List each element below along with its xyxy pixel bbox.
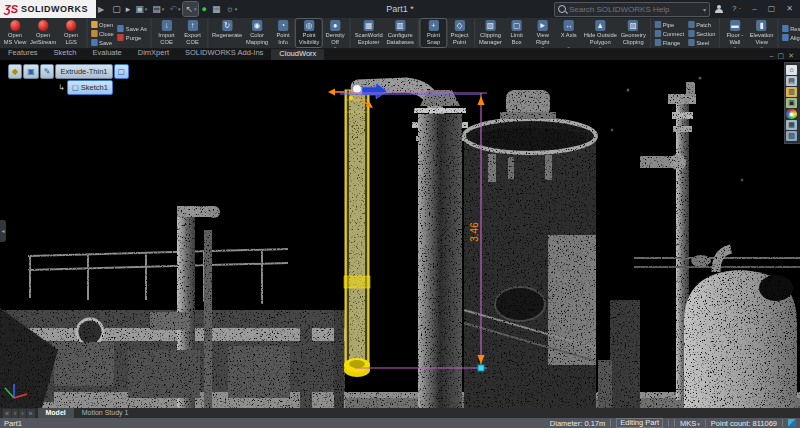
orange-arrow-left-icon[interactable] bbox=[328, 89, 335, 96]
ribbon-button-x-axis[interactable]: ↔X Axis ▾ bbox=[556, 19, 582, 47]
tab-next-icon[interactable]: › bbox=[19, 409, 25, 418]
small-button-label: Section bbox=[696, 30, 715, 37]
tab-last-icon[interactable]: » bbox=[27, 409, 35, 418]
ribbon-small-save-as[interactable]: Save As bbox=[117, 25, 146, 33]
open-button[interactable]: ▸ bbox=[124, 2, 133, 16]
feature-icon[interactable]: ✎ bbox=[40, 64, 55, 79]
ribbon-button-label: Regenerate bbox=[212, 32, 242, 46]
dropdown-caret-icon: ▾ bbox=[734, 46, 736, 49]
density-icon: ● bbox=[330, 20, 340, 31]
doc-close-icon[interactable]: ✕ bbox=[788, 52, 794, 60]
ribbon-small-section[interactable]: Section bbox=[688, 29, 716, 37]
custom-properties-icon[interactable]: ▦ bbox=[786, 120, 797, 130]
undo-button[interactable]: ↶▾ bbox=[167, 2, 182, 16]
menu-expand-icon[interactable]: ▶ bbox=[98, 5, 104, 14]
ribbon-button-open-jetstream[interactable]: OpenJetStream bbox=[28, 19, 58, 47]
ribbon-button-regenerate[interactable]: ↻Regenerate bbox=[210, 19, 244, 47]
extrude-thin-feature[interactable] bbox=[344, 90, 370, 377]
forum-icon[interactable]: ▧ bbox=[786, 131, 797, 141]
ribbon-small-align-view[interactable]: Align View bbox=[782, 34, 800, 42]
ribbon-button-view-right[interactable]: ►ViewRight▾ bbox=[530, 19, 556, 47]
ribbon-button-scanworld-explorer[interactable]: ▦ScanWorldExplorer bbox=[353, 19, 385, 47]
doc-minimize-icon[interactable]: – bbox=[770, 52, 774, 60]
ribbon-button-geometry-clipping[interactable]: ▨GeometryClipping bbox=[619, 19, 648, 47]
ribbon-button-open-ms-view[interactable]: OpenMS View bbox=[2, 19, 28, 47]
ribbon-button-open-lgs[interactable]: OpenLGS bbox=[58, 19, 84, 47]
file-explorer-icon[interactable]: ▥ bbox=[786, 87, 797, 97]
save-button[interactable]: ▣▾ bbox=[133, 2, 149, 16]
ribbon-button-import-coe[interactable]: ↓ImportCOE bbox=[153, 19, 179, 47]
ribbon-group: ↓ImportCOE↑ExportCOE bbox=[152, 18, 209, 48]
folder2-icon bbox=[91, 30, 98, 37]
ribbon-button-floor-wall[interactable]: ▬Floor -Wall▾ bbox=[722, 19, 748, 47]
grid-button[interactable]: ▦ bbox=[210, 2, 223, 16]
print-button[interactable]: ▤▾ bbox=[150, 2, 166, 16]
bottom-tab-model[interactable]: Model bbox=[38, 408, 74, 418]
doc-restore-icon[interactable]: ▢ bbox=[778, 52, 785, 60]
view-palette-icon[interactable]: ▣ bbox=[786, 98, 797, 108]
ribbon-small-save[interactable]: Save bbox=[91, 38, 114, 46]
ribbon-small-purge[interactable]: Purge bbox=[117, 34, 146, 42]
new-button[interactable]: ▢ bbox=[110, 2, 123, 16]
graphics-viewport[interactable]: 3.46 ◆ ▣ ✎ Extrude-Thin1 ▢ ↳ ▢ Sketch1 bbox=[0, 60, 800, 408]
ribbon-button-color-mapping[interactable]: ◉ColorMapping bbox=[244, 19, 270, 47]
selected-face-chip[interactable]: ▢ bbox=[114, 64, 130, 79]
sign-in-icon[interactable] bbox=[715, 5, 724, 14]
ribbon-small-flange[interactable]: Flange bbox=[654, 38, 684, 46]
tab-prev-icon[interactable]: ‹ bbox=[12, 409, 18, 418]
ribbon-small-open[interactable]: Open bbox=[91, 20, 114, 28]
design-library-icon[interactable]: ▤ bbox=[786, 76, 797, 86]
db-icon: ▥ bbox=[395, 20, 405, 31]
ribbon-small-close[interactable]: Close bbox=[91, 29, 114, 37]
part-icon[interactable]: ◆ bbox=[8, 64, 22, 79]
ribbon-small-patch[interactable]: Patch bbox=[688, 20, 716, 28]
elev-icon: ▮ bbox=[756, 20, 766, 31]
tab-first-icon[interactable]: « bbox=[3, 409, 11, 418]
home-icon[interactable]: ⌂ bbox=[786, 65, 797, 75]
ribbon-button-clipping-manager[interactable]: ▧ClippingManager bbox=[477, 19, 503, 47]
ribbon-button-label: ConfigureDatabases bbox=[386, 32, 414, 46]
ribbon-button-export-coe[interactable]: ↑ExportCOE bbox=[180, 19, 206, 47]
dimension-label[interactable]: 3.46 bbox=[469, 222, 480, 242]
feature-tree-collapse-handle[interactable]: ◂ bbox=[0, 220, 6, 242]
breadcrumb-sketch[interactable]: ▢ Sketch1 bbox=[67, 80, 113, 95]
ribbon-button-project-point[interactable]: ◇ProjectPoint bbox=[447, 19, 473, 47]
help-menu-button[interactable]: ? · bbox=[729, 0, 744, 18]
close-button[interactable]: ✕ bbox=[783, 0, 796, 18]
origin-ball-icon[interactable] bbox=[353, 85, 362, 94]
status-units[interactable]: MKS▾ bbox=[680, 419, 700, 428]
ribbon-small-steel[interactable]: Steel bbox=[688, 38, 716, 46]
ribbon-small-reset-to-world[interactable]: Reset To World bbox=[782, 25, 800, 33]
options-button[interactable]: ☼▾ bbox=[223, 2, 239, 16]
ribbon-button-point-info[interactable]: ◔PointInfo bbox=[270, 19, 296, 47]
ribbon-small-connect[interactable]: Connect bbox=[654, 29, 684, 37]
small-button-label: Connect bbox=[663, 30, 684, 37]
restore-button[interactable]: ▢ bbox=[765, 0, 779, 18]
small-button-label: Align View bbox=[790, 34, 800, 41]
sketch-endpoint[interactable] bbox=[478, 365, 484, 371]
ribbon-button-hide-outside-polygon[interactable]: ▲Hide OutsidePolygon▾ bbox=[582, 19, 619, 47]
ribbon-button-point-snap[interactable]: +PointSnap bbox=[420, 19, 446, 47]
select-icon: ↖ bbox=[185, 5, 193, 14]
search-input[interactable] bbox=[569, 5, 700, 14]
performance-button[interactable]: ● bbox=[199, 2, 208, 16]
status-tag-icon[interactable] bbox=[788, 419, 796, 427]
appearances-icon[interactable]: ◉ bbox=[786, 109, 797, 119]
bottom-tab-motion-study-1[interactable]: Motion Study 1 bbox=[74, 408, 137, 418]
search-caret-icon[interactable]: ▾ bbox=[703, 6, 706, 13]
select-button[interactable]: ↖▾ bbox=[183, 2, 198, 16]
ribbon-button-limit-box[interactable]: ▢LimitBox bbox=[504, 19, 530, 47]
small-button-label: Flange bbox=[663, 39, 681, 46]
minimize-button[interactable]: – bbox=[749, 0, 759, 18]
breadcrumb-feature[interactable]: Extrude-Thin1 bbox=[55, 64, 112, 79]
ribbon-button-point-visibility[interactable]: ◎PointVisibility bbox=[296, 19, 322, 47]
ribbon-button-elevation-view[interactable]: ▮ElevationView▾ bbox=[748, 19, 775, 47]
project-icon: ◇ bbox=[454, 20, 464, 31]
dropdown-caret-icon: ▾ bbox=[194, 6, 197, 12]
ribbon-button-density-off[interactable]: ●DensityOff▾ bbox=[322, 19, 348, 47]
body-icon[interactable]: ▣ bbox=[23, 64, 39, 79]
help-search-box[interactable]: ▾ bbox=[554, 2, 710, 17]
ribbon-small-pipe[interactable]: Pipe bbox=[654, 20, 684, 28]
dropdown-caret-icon: ▾ bbox=[235, 6, 238, 12]
ribbon-button-configure-databases[interactable]: ▥ConfigureDatabases bbox=[385, 19, 416, 47]
